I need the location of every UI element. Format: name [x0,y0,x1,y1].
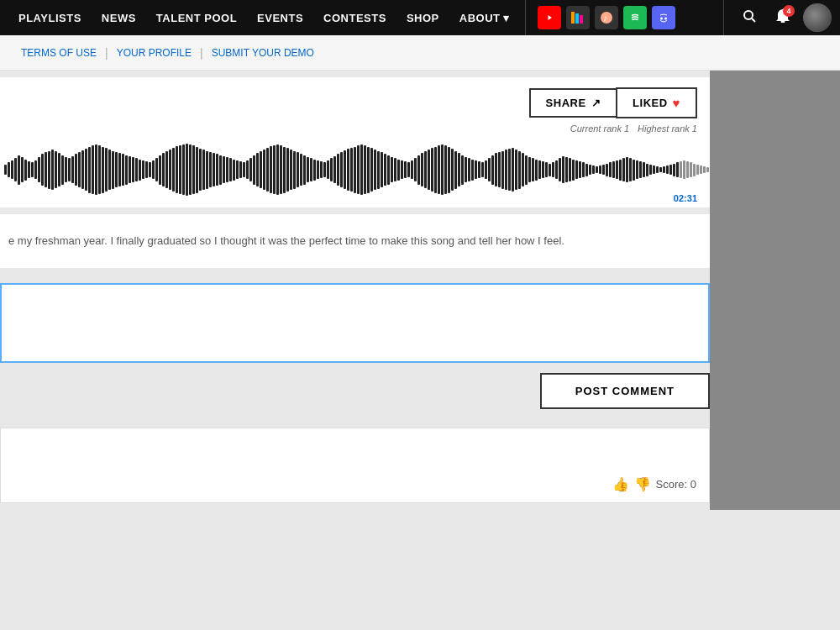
avatar-image [803,3,832,32]
heart-icon: ♥ [673,96,680,110]
youtube-icon[interactable] [538,6,561,29]
nav-contests[interactable]: CONTESTS [313,0,396,35]
svg-line-13 [752,18,755,22]
svg-rect-9 [657,11,670,24]
svg-point-11 [664,18,667,20]
submit-demo-link[interactable]: SUBMIT YOUR DEMO [203,47,323,59]
description-card: e my freshman year. I finally graduated … [0,214,710,268]
svg-rect-5 [571,16,575,24]
spotify-icon[interactable] [623,6,647,29]
notification-badge: 4 [783,5,795,17]
svg-point-8 [629,12,641,24]
nav-news[interactable]: NEWS [92,0,146,35]
share-label: SHARE [546,97,586,109]
score-text: Score: 0 [656,478,696,491]
rank-info: Current rank 1 Highest rank 1 [0,122,710,140]
waveform [0,140,710,199]
nav-talent-pool[interactable]: TALENT POOL [146,0,247,35]
thumbs-up-icon[interactable]: 👍 [612,476,629,492]
notification-button[interactable]: 4 [769,5,796,30]
comment-textarea[interactable] [0,283,710,363]
comment-content [13,438,696,480]
highest-rank: Highest rank 1 [638,123,697,134]
social-icons: ♪ [538,6,675,29]
avatar[interactable] [803,3,832,32]
liked-button[interactable]: LIKED ♥ [616,87,697,118]
svg-rect-3 [575,13,579,24]
thumbs-down-icon[interactable]: 👎 [634,476,651,492]
svg-point-12 [744,11,753,19]
post-comment-row: POST COMMENT [0,363,710,419]
svg-text:♪: ♪ [603,13,608,23]
terms-of-use-link[interactable]: TERMS OF USE [13,47,105,59]
nav-divider [525,0,526,35]
itunes-icon[interactable]: ♪ [595,6,618,29]
search-button[interactable] [736,6,763,29]
nav-events[interactable]: EVENTS [247,0,313,35]
time-label: 02:31 [674,193,697,203]
player-card: SHARE ↗ LIKED ♥ Current rank 1 Highest r… [0,77,710,207]
discord-icon[interactable] [652,6,675,29]
your-profile-link[interactable]: YOUR PROFILE [108,47,200,59]
main-area: SHARE ↗ LIKED ♥ Current rank 1 Highest r… [0,71,840,510]
nav-right: 4 [718,0,832,35]
description-text: e my freshman year. I finally graduated … [4,223,706,260]
share-button[interactable]: SHARE ↗ [529,88,618,118]
waveform-container[interactable]: 02:31 [0,140,710,207]
current-rank: Current rank 1 [570,123,629,134]
post-comment-button[interactable]: POST COMMENT [540,373,710,409]
sub-navigation: TERMS OF USE | YOUR PROFILE | SUBMIT YOU… [0,35,840,71]
svg-rect-4 [580,15,583,24]
nav-playlists[interactable]: PLAYLISTS [8,0,92,35]
nav-shop[interactable]: SHOP [396,0,449,35]
svg-point-10 [660,18,663,20]
svg-rect-14 [781,21,785,23]
comment-card: 👍 👎 Score: 0 [0,428,710,503]
right-sidebar [710,71,840,510]
nav-links: PLAYLISTS NEWS TALENT POOL EVENTS CONTES… [8,0,520,35]
chevron-down-icon: ▾ [503,12,510,24]
nav-divider-2 [723,0,724,35]
music-tools-icon[interactable] [566,6,590,29]
liked-label: LIKED [633,97,668,109]
share-icon: ↗ [591,97,601,109]
comment-actions: 👍 👎 Score: 0 [612,476,696,492]
action-row: SHARE ↗ LIKED ♥ [0,77,710,122]
top-navigation: PLAYLISTS NEWS TALENT POOL EVENTS CONTES… [0,0,840,35]
nav-about[interactable]: ABOUT ▾ [449,0,520,35]
